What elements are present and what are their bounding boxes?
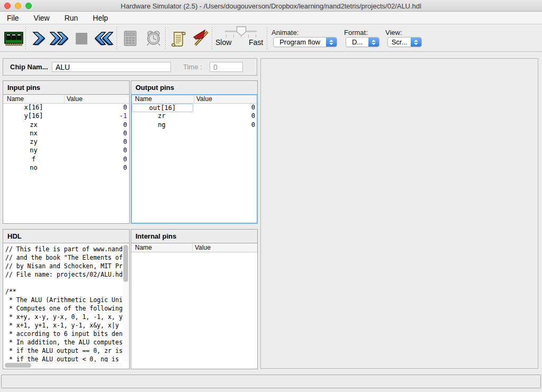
output-pins-title: Output pins xyxy=(131,84,174,92)
alarm-clock-icon xyxy=(144,29,162,47)
pin-row-y16[interactable]: y[16]-1 xyxy=(3,112,129,121)
hdl-line: // by Nisan and Schocken, MIT Pr xyxy=(5,262,122,271)
view-value: Scr... xyxy=(388,38,411,47)
output-pins-panel: Output pins Name Value out[16]0zr0ng0 xyxy=(131,80,258,224)
title-bar: Hardware Simulator (2.5) - /Users/dougou… xyxy=(0,0,542,12)
hdl-vertical-scrollbar-thumb[interactable] xyxy=(123,245,128,282)
pin-value: 0 xyxy=(123,147,127,154)
hdl-code-text: // This file is part of www.nand// and t… xyxy=(5,245,122,362)
pin-name: y[16] xyxy=(3,112,64,120)
pin-name: ny xyxy=(3,147,64,154)
window-title: Hardware Simulator (2.5) - /Users/dougou… xyxy=(0,2,542,10)
stop-button[interactable] xyxy=(75,32,88,45)
pin-name: no xyxy=(3,164,64,171)
animate-label: Animate: xyxy=(272,29,299,37)
view-select[interactable]: Scr... xyxy=(387,37,422,47)
format-label: Format: xyxy=(344,29,368,37)
hdl-line: * x+1, y+1, x-1, y-1, x&y, x|y xyxy=(5,322,122,330)
pin-row-zr[interactable]: zr0 xyxy=(131,112,257,121)
format-select[interactable]: D... xyxy=(346,37,380,47)
slider-tick xyxy=(248,34,249,38)
column-header-name: Name xyxy=(131,243,192,252)
evaluate-button[interactable] xyxy=(122,30,140,48)
chevron-updown-icon xyxy=(326,38,337,47)
pin-name: x[16] xyxy=(3,104,64,111)
calculator-icon xyxy=(123,30,139,47)
pin-row-nx[interactable]: nx0 xyxy=(3,130,129,138)
pin-row-zx[interactable]: zx0 xyxy=(3,121,129,130)
breakpoint-flag-icon xyxy=(191,29,210,47)
toolbar-separator xyxy=(25,27,26,49)
input-pins-column-headers: Name Value xyxy=(3,95,129,104)
speed-slider-thumb[interactable] xyxy=(236,26,247,37)
time-label: Time : xyxy=(183,63,202,71)
pin-name: ng xyxy=(131,121,192,129)
hdl-horizontal-scrollbar-thumb[interactable] xyxy=(5,363,31,368)
pin-row-no[interactable]: no0 xyxy=(3,164,129,172)
stop-icon xyxy=(76,33,87,44)
internal-pins-panel: Internal pins Name Value xyxy=(131,229,258,369)
reset-button[interactable] xyxy=(93,30,114,47)
output-pins-column-headers: Name xyxy=(131,95,194,104)
pin-value: 0 xyxy=(251,112,255,120)
pin-row-ng[interactable]: ng0 xyxy=(131,121,257,130)
pin-name: f xyxy=(3,156,64,163)
pin-row-out16[interactable]: out[16]0 xyxy=(131,104,257,112)
pin-value: 0 xyxy=(123,164,127,171)
slider-slow-label: Slow xyxy=(215,38,231,47)
view-label: View: xyxy=(385,29,402,37)
pin-value: 0 xyxy=(251,121,255,129)
menu-file[interactable]: File xyxy=(0,14,26,22)
pin-row-ny[interactable]: ny0 xyxy=(3,147,129,155)
hdl-line: * x+y, x-y, y-x, 0, 1, -1, x, y xyxy=(5,313,122,322)
hdl-line: * if the ALU output == 0, zr is xyxy=(5,347,122,355)
output-pins-table: out[16]0zr0ng0 xyxy=(131,104,257,223)
run-icon xyxy=(49,30,70,46)
internal-pins-header: Internal pins xyxy=(131,230,257,243)
hdl-line: // This file is part of www.nand xyxy=(5,245,122,254)
menu-view[interactable]: View xyxy=(26,14,57,22)
time-input[interactable] xyxy=(210,62,243,72)
pin-value: 0 xyxy=(123,156,127,163)
input-pins-table: x[16]0y[16]-1zx0nx0zy0ny0f0no0 xyxy=(3,104,129,223)
input-pins-header: Input pins xyxy=(3,81,129,95)
hdl-line: /** xyxy=(5,288,122,296)
slider-tick xyxy=(233,34,234,38)
hdl-horizontal-scrollbar[interactable] xyxy=(4,362,122,368)
pin-value: 0 xyxy=(123,138,127,145)
breakpoints-button[interactable] xyxy=(191,29,211,48)
format-value: D... xyxy=(346,38,368,47)
hdl-line: * Computes one of the following xyxy=(5,305,122,313)
menu-run[interactable]: Run xyxy=(57,14,86,22)
hdl-code-view[interactable]: // This file is part of www.nand// and t… xyxy=(3,243,129,369)
run-button[interactable] xyxy=(49,30,70,47)
pin-row-f[interactable]: f0 xyxy=(3,156,129,164)
single-step-button[interactable] xyxy=(31,30,47,47)
output-pins-column-headers: Value xyxy=(194,95,257,104)
hdl-panel: HDL // This file is part of www.nand// a… xyxy=(3,229,130,369)
pin-name: zr xyxy=(131,112,192,120)
menu-help[interactable]: Help xyxy=(85,14,115,22)
single-step-icon xyxy=(31,30,46,46)
column-header-value: Value xyxy=(64,95,129,103)
pin-row-x16[interactable]: x[16]0 xyxy=(3,104,129,112)
load-script-button[interactable] xyxy=(169,30,187,48)
pin-value: -1 xyxy=(120,112,127,120)
pin-row-zy[interactable]: zy0 xyxy=(3,138,129,147)
internal-pins-title: Internal pins xyxy=(131,232,176,240)
hdl-vertical-scrollbar[interactable] xyxy=(123,244,129,362)
script-scroll-icon xyxy=(170,30,186,47)
toolbar-separator xyxy=(116,27,117,49)
hdl-line: * The ALU (Arithmetic Logic Uni xyxy=(5,296,122,305)
chip-name-label: Chip Nam... xyxy=(10,63,48,71)
column-header-name: Name xyxy=(131,95,194,103)
load-chip-button[interactable] xyxy=(4,30,23,47)
hdl-line: * In addition, the ALU computes xyxy=(5,339,122,347)
toolbar-separator xyxy=(212,27,212,49)
pin-name: zy xyxy=(3,138,64,145)
pin-value: 0 xyxy=(123,130,127,137)
column-header-value: Value xyxy=(192,243,257,252)
animate-select[interactable]: Program flow xyxy=(273,37,337,47)
clock-button[interactable] xyxy=(144,29,163,48)
chip-name-input[interactable] xyxy=(52,62,171,72)
